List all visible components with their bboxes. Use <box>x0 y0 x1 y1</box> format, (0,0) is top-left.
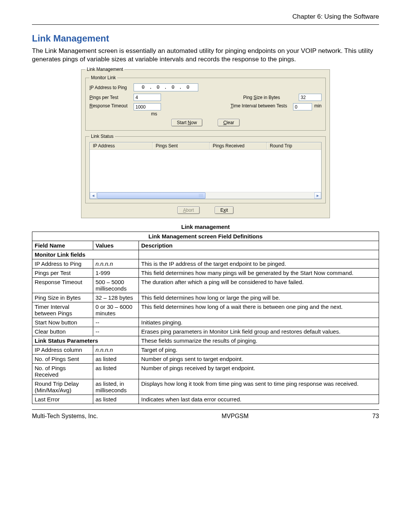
cell-field-name: No. of Pings Received <box>32 364 93 379</box>
cell-description: This is the IP address of the target end… <box>139 259 379 268</box>
intro-paragraph: The Link Management screen is essentiall… <box>32 47 379 64</box>
label-ping-size: Ping Size in Bytes <box>243 95 296 100</box>
cell-description: Number of pings sent to target endpoint. <box>139 355 379 364</box>
cell-field-name: Clear button <box>32 327 93 336</box>
cell-field-name: Ping Size in Bytes <box>32 293 93 302</box>
cell-field-name: IP Address column <box>32 345 93 355</box>
scroll-right-icon[interactable]: ► <box>314 192 321 199</box>
footer-center: MVPGSM <box>221 413 249 420</box>
section-monitor-link: Monitor Link fields <box>32 250 139 259</box>
cell-values: as listed <box>93 364 139 379</box>
page-header: Chapter 6: Using the Software <box>32 13 379 25</box>
col-pings-sent[interactable]: Pings Sent <box>153 142 210 149</box>
footer-left: Multi-Tech Systems, Inc. <box>32 413 98 420</box>
table-row: Timer Interval between Pings0 or 30 – 60… <box>32 302 379 318</box>
group-link-management: Link Management Monitor Link IP Address … <box>81 67 330 218</box>
cell-values: 1-999 <box>93 268 139 278</box>
table-title: Link Management screen Field Definitions <box>32 232 379 241</box>
label-pings-per-test: Pings per Test <box>89 95 131 100</box>
link-status-listbox[interactable]: IP Address Pings Sent Pings Received Rou… <box>89 142 322 199</box>
scroll-thumb[interactable] <box>97 192 206 199</box>
cell-description: This field determines how long or large … <box>139 293 379 302</box>
cell-field-name: Pings per Test <box>32 268 93 278</box>
exit-button[interactable]: Exit <box>215 206 234 214</box>
table-row: IP Address columnn.n.n.nTarget of ping. <box>32 345 379 355</box>
clear-button[interactable]: Clear <box>218 119 240 126</box>
hdr-field-name: Field Name <box>32 241 93 250</box>
cell-field-name: Last Error <box>32 395 93 404</box>
table-row: No. of Pings Sentas listedNumber of ping… <box>32 355 379 364</box>
section-link-status: Link Status Parameters <box>32 336 139 345</box>
scroll-track[interactable] <box>97 192 314 199</box>
legend-link-status: Link Status <box>89 134 115 139</box>
cell-values: 500 – 5000 milliseconds <box>93 278 139 293</box>
list-header: IP Address Pings Sent Pings Received Rou… <box>90 142 321 150</box>
legend-link-management: Link Management <box>85 67 124 72</box>
cell-field-name: Round Trip Delay (Min/Max/Avg) <box>32 379 93 395</box>
cell-description: Displays how long it took from time ping… <box>139 379 379 395</box>
link-management-dialog: Link Management Monitor Link IP Address … <box>81 67 330 218</box>
table-row: Pings per Test1-999This field determines… <box>32 268 379 278</box>
start-now-button[interactable]: Start Now <box>171 119 203 126</box>
footer-right: 73 <box>372 413 379 420</box>
response-timeout-input[interactable] <box>134 103 161 110</box>
col-ip-address[interactable]: IP Address <box>90 142 153 149</box>
cell-values: -- <box>93 318 139 327</box>
label-response-timeout: Response Timeout <box>89 103 131 109</box>
cell-description: Indicates when last data error occurred. <box>139 395 379 404</box>
cell-values: 0 or 30 – 6000 minutes <box>93 302 139 318</box>
cell-description: Initiates pinging. <box>139 318 379 327</box>
cell-values: 32 – 128 bytes <box>93 293 139 302</box>
section-title: Link Management <box>32 33 379 44</box>
ping-size-input[interactable] <box>299 94 322 101</box>
cell-description: Target of ping. <box>139 345 379 355</box>
cell-field-name: Timer Interval between Pings <box>32 302 93 318</box>
table-row: Round Trip Delay (Min/Max/Avg)as listed,… <box>32 379 379 395</box>
table-row: Response Timeout500 – 5000 millisecondsT… <box>32 278 379 293</box>
table-row: Clear button--Erases ping parameters in … <box>32 327 379 336</box>
hdr-values: Values <box>93 241 139 250</box>
section-link-status-desc: These fields summarize the results of pi… <box>139 336 379 345</box>
pings-per-test-input[interactable] <box>134 94 161 101</box>
cell-values: as listed <box>93 355 139 364</box>
figure-caption: Link management <box>32 224 379 230</box>
col-pings-received[interactable]: Pings Received <box>210 142 267 149</box>
cell-description: Number of pings received by target endpo… <box>139 364 379 379</box>
table-row: No. of Pings Receivedas listedNumber of … <box>32 364 379 379</box>
col-round-trip[interactable]: Round Trip <box>267 142 321 149</box>
cell-description: This field determines how long of a wait… <box>139 302 379 318</box>
cell-values: as listed <box>93 395 139 404</box>
field-definitions-table: Link Management screen Field Definitions… <box>32 232 379 404</box>
cell-description: The duration after which a ping will be … <box>139 278 379 293</box>
ip-address-input[interactable]: 0 . 0 . 0 . 0 <box>134 83 198 91</box>
time-interval-input[interactable] <box>293 103 312 110</box>
cell-values: -- <box>93 327 139 336</box>
horizontal-scrollbar[interactable]: ◄ ► <box>90 192 321 199</box>
scroll-left-icon[interactable]: ◄ <box>90 192 97 199</box>
cell-values: n.n.n.n <box>93 259 139 268</box>
table-row: IP Address to Pingn.n.n.nThis is the IP … <box>32 259 379 268</box>
cell-field-name: Response Timeout <box>32 278 93 293</box>
table-row: Last Erroras listedIndicates when last d… <box>32 395 379 404</box>
page-footer: Multi-Tech Systems, Inc. MVPGSM 73 <box>32 409 379 420</box>
label-ms: ms <box>151 111 157 117</box>
group-monitor-link: Monitor Link IP Address to Ping 0 . 0 . … <box>85 75 326 131</box>
cell-field-name: Start Now button <box>32 318 93 327</box>
table-row: Start Now button--Initiates pinging. <box>32 318 379 327</box>
cell-field-name: No. of Pings Sent <box>32 355 93 364</box>
abort-button: Abort <box>177 206 200 214</box>
hdr-description: Description <box>139 241 379 250</box>
legend-monitor-link: Monitor Link <box>89 75 117 80</box>
label-min: min <box>314 103 322 109</box>
cell-description: Erases ping parameters in Monitor Link f… <box>139 327 379 336</box>
table-row: Ping Size in Bytes32 – 128 bytesThis fie… <box>32 293 379 302</box>
group-link-status: Link Status IP Address Pings Sent Pings … <box>85 134 326 203</box>
cell-values: as listed, in milliseconds <box>93 379 139 395</box>
cell-field-name: IP Address to Ping <box>32 259 93 268</box>
cell-values: n.n.n.n <box>93 345 139 355</box>
label-ip-address: IP Address to Ping <box>89 85 131 90</box>
label-time-interval: Time Interval between Tests <box>231 103 291 109</box>
cell-description: This field determines how many pings wil… <box>139 268 379 278</box>
